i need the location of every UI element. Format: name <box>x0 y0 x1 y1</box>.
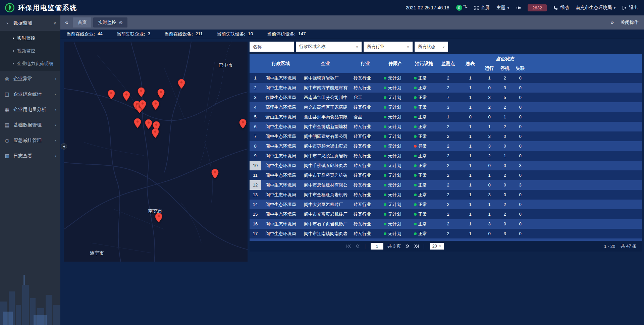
fullscreen-button[interactable]: 全屏 <box>474 5 490 11</box>
table-row[interactable]: 18南部生态环境局南部县建兴页岩砖有限砖瓦行业无计划正常21030 <box>250 238 642 241</box>
map-pin-icon[interactable] <box>152 100 159 110</box>
run-cell: 3 <box>482 131 497 141</box>
map-pin-icon[interactable] <box>239 119 247 129</box>
table-row[interactable]: 5营山生态环境局营山县润丰肉食品有限食品无计划正常10010 <box>250 112 642 122</box>
table-row[interactable]: 4高坪生态环境局南充市高坪区王家店建砖瓦行业无计划正常31220 <box>250 102 642 112</box>
industry-cell: 食品 <box>350 112 380 122</box>
industry-filter-select[interactable]: 所有行业 ∨ <box>364 42 413 52</box>
region-cell: 阆中生态环境局 <box>261 219 301 229</box>
map-pin-icon[interactable] <box>108 90 115 100</box>
lost-cell: 0 <box>513 190 528 200</box>
map-pin-icon[interactable] <box>157 89 165 99</box>
table-row[interactable]: 2阆中生态环境局阆中市南方节能建材有砖瓦行业无计划正常21030 <box>250 83 642 93</box>
theme-dropdown[interactable]: 主题 ▾ <box>496 5 509 11</box>
table-row[interactable]: 15阆中生态环境局阆中市光富页岩机砖厂砖瓦行业无计划正常21120 <box>250 209 642 219</box>
org-dropdown[interactable]: 南充市生态环境局 ▾ <box>576 5 615 11</box>
header-industry: 行业 <box>350 54 380 73</box>
close-tab-icon[interactable]: ⊗ <box>119 20 123 25</box>
page: 环保用电监管系统 2021-02-25 17:46:18 0 ℃ 全屏 主题 ▾ <box>0 0 644 325</box>
tab[interactable]: 实时监控⊗ <box>93 17 127 28</box>
run-cell: 0 <box>482 238 497 241</box>
meters-cell: 1 <box>459 141 482 151</box>
map-pin-icon[interactable] <box>134 118 141 128</box>
stop-status-cell: 无计划 <box>380 209 411 219</box>
close-operations-button[interactable]: 关闭操作 <box>621 19 639 25</box>
lost-cell: 0 <box>513 131 528 141</box>
tabs-scroll-left-icon[interactable]: « <box>64 19 69 26</box>
table-row[interactable]: 17阆中生态环境局阆中市江南镇阆南页岩砖瓦行业无计划正常21030 <box>250 229 642 238</box>
industry-cell: 砖瓦行业 <box>350 219 380 229</box>
table-row[interactable]: 10阆中生态环境局阆中千佛镇五郎垭页岩砖瓦行业无计划正常21003 <box>250 161 642 170</box>
filler-cell <box>528 200 642 209</box>
map-pin-icon[interactable] <box>155 213 162 223</box>
logout-button[interactable]: 退出 <box>622 5 638 11</box>
stop-status-cell: 无计划 <box>380 238 411 241</box>
theme-label: 主题 <box>496 5 505 11</box>
map-pin-icon[interactable] <box>178 79 185 89</box>
status-dot-icon <box>414 96 417 99</box>
lost-cell: 0 <box>513 200 528 209</box>
sidebar-item-label: 视频监控 <box>17 48 35 54</box>
map-panel[interactable]: 巴中市南充市遂宁市 <box>64 42 248 262</box>
sidebar-item[interactable]: 企业电力负荷明细 <box>0 57 60 70</box>
next-page-button[interactable] <box>405 244 410 248</box>
sidebar-group-5[interactable]: ◴应急减排管理‹ <box>0 133 60 148</box>
tab[interactable]: 首页 <box>73 17 91 28</box>
meters-cell: 1 <box>459 238 482 241</box>
table-row[interactable]: 11阆中生态环境局阆中市五马桥页岩机砖砖瓦行业无计划正常21120 <box>250 170 642 180</box>
sidebar-group-label: 基础数据管理 <box>13 122 42 128</box>
table-row[interactable]: 8阆中生态环境局阆中市枣碧大梁山页岩砖瓦行业无计划异常21300 <box>250 141 642 151</box>
status-dot-icon <box>414 116 417 118</box>
sidebar-item[interactable]: 实时监控 <box>0 32 60 45</box>
table-row[interactable]: 13阆中生态环境局阆中市金福旺页岩机砖砖瓦行业无计划正常21300 <box>250 190 642 200</box>
name-filter-input[interactable] <box>250 42 294 52</box>
page-size-select[interactable]: 20 ∨ <box>430 243 444 250</box>
prev-page-button[interactable] <box>355 244 360 248</box>
table-row[interactable]: 9阆中生态环境局阆中市二龙长宝页岩砖砖瓦行业无计划正常21210 <box>250 151 642 161</box>
table-row[interactable]: 7阆中生态环境局阆中明阳建材有限公司砖瓦行业无计划正常21300 <box>250 131 642 141</box>
facility-status-cell: 正常 <box>411 180 437 190</box>
header-points: 监测点 <box>437 54 459 73</box>
table-row[interactable]: 14阆中生态环境局阆中大兴页岩机砖厂砖瓦行业无计划正常21120 <box>250 200 642 209</box>
meters-cell: 1 <box>459 93 482 102</box>
page-number-input[interactable] <box>371 243 383 250</box>
table-row[interactable]: 16阆中生态环境局阆中市石子页岩机砖厂砖瓦行业无计划正常21300 <box>250 219 642 229</box>
stat-item: 当前停机设备:147 <box>267 31 306 37</box>
table-row[interactable]: 1阆中生态环境局阆中强锐页岩砖厂砖瓦行业无计划正常21120 <box>250 73 642 83</box>
pager-controls: │ 共 3 页 │ 20 ∨ <box>346 241 444 252</box>
region-filter-select[interactable]: 行政区域名称 ∨ <box>296 42 362 52</box>
sidebar-item[interactable]: 视频监控 <box>0 45 60 57</box>
alarm-count-badge[interactable]: 2632 <box>528 4 547 11</box>
map-pin-icon[interactable] <box>152 128 159 138</box>
table-row[interactable]: 3仪陇生态环境局西南油气田分公司川中化工无计划正常71350 <box>250 93 642 102</box>
status-dot-icon <box>414 164 417 167</box>
region-cell: 阆中生态环境局 <box>261 161 301 170</box>
sidebar-group-0[interactable]: ◔数据监测∨ <box>0 15 60 31</box>
map-pin-icon[interactable] <box>138 87 145 97</box>
sidebar-group-2[interactable]: ◫企业综合统计‹ <box>0 87 60 102</box>
sidebar-group-6[interactable]: ▧日志查看‹ <box>0 148 60 164</box>
sidebar-group-3[interactable]: ▦企业用电量分析‹ <box>0 102 60 117</box>
map-pin-icon[interactable] <box>123 91 130 101</box>
tabs-scroll-right-icon[interactable]: » <box>609 19 615 26</box>
table-row[interactable]: 6阆中生态环境局阆中市金博瑞新型墙材砖瓦行业无计划正常21120 <box>250 122 642 131</box>
chevron-down-icon: ∨ <box>439 245 441 248</box>
status-filter-select[interactable]: 所有状态 ∨ <box>415 42 448 52</box>
map-collapse-button[interactable]: ◀ <box>61 143 67 150</box>
temperature-badge: 0 ℃ <box>456 5 468 11</box>
help-button[interactable]: 帮助 <box>553 5 569 11</box>
fullscreen-icon <box>474 6 479 10</box>
sidebar-group-4[interactable]: ▤基础数据管理‹ <box>0 117 60 133</box>
map-pin-icon[interactable] <box>211 169 219 179</box>
map-pin-icon[interactable] <box>139 100 146 110</box>
table-row[interactable]: 12阆中生态环境局阆中市忠信建材有限公砖瓦行业无计划正常21003 <box>250 180 642 190</box>
map-pin-icon[interactable] <box>145 119 152 129</box>
header-lost: 失联 <box>513 64 528 73</box>
filler-cell <box>528 141 642 151</box>
mute-button[interactable] <box>516 6 521 10</box>
first-page-button[interactable] <box>346 244 351 248</box>
company-cell: 阆中市枣碧大梁山页岩 <box>301 141 350 151</box>
facility-status-cell: 异常 <box>411 141 437 151</box>
last-page-button[interactable] <box>414 244 419 248</box>
sidebar-group-1[interactable]: ◎企业异常‹ <box>0 71 60 87</box>
